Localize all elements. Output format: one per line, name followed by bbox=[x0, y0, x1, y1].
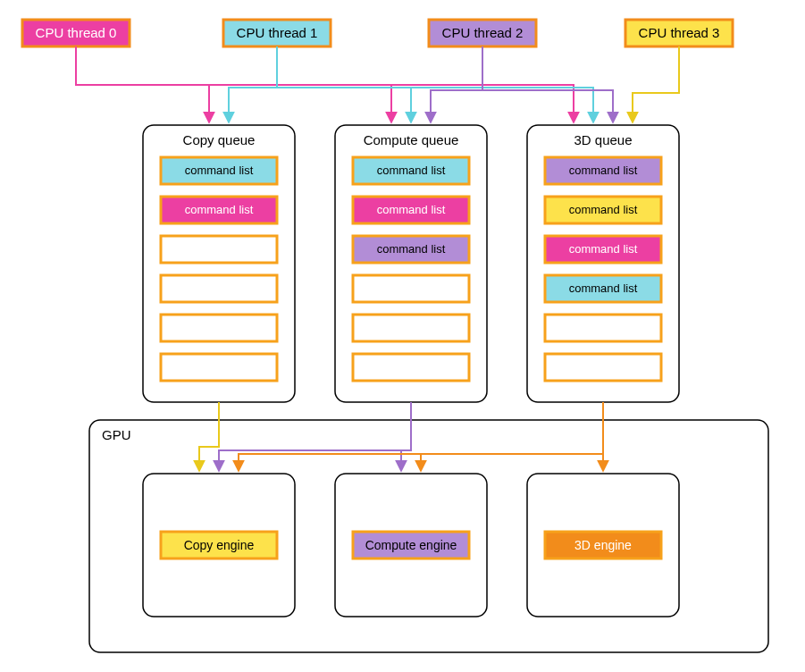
copy-queue-slot-5 bbox=[161, 354, 277, 381]
gpu-label: GPU bbox=[102, 427, 131, 442]
copy-queue-slot-4 bbox=[161, 315, 277, 341]
copy-engine-label: Copy engine bbox=[184, 538, 255, 552]
arrow-thread0-to-3d-queue bbox=[76, 46, 574, 122]
compute-queue-slot-4 bbox=[353, 315, 469, 341]
cpu-thread-0-label: CPU thread 0 bbox=[36, 25, 117, 40]
3d-queue-slot-1-label: command list bbox=[569, 203, 638, 216]
compute-queue-slot-5 bbox=[353, 354, 469, 381]
3d-queue-slot-0-label: command list bbox=[569, 164, 638, 177]
cpu-thread-2-label: CPU thread 2 bbox=[442, 25, 524, 40]
compute-queue-title: Compute queue bbox=[364, 132, 459, 147]
compute-queue-slot-1-label: command list bbox=[377, 203, 446, 216]
gpu-queue-diagram: CPU thread 0CPU thread 1CPU thread 2CPU … bbox=[0, 0, 805, 672]
cpu-thread-1-label: CPU thread 1 bbox=[237, 25, 318, 40]
cpu-thread-3-label: CPU thread 3 bbox=[639, 25, 720, 40]
3d-queue-title: 3D queue bbox=[574, 132, 632, 147]
copy-queue-slot-2 bbox=[161, 236, 277, 263]
3d-engine-label: 3D engine bbox=[574, 538, 632, 552]
copy-queue-slot-1-label: command list bbox=[185, 203, 254, 216]
arrow-thread3-to-3d-queue bbox=[633, 46, 679, 122]
compute-queue-slot-0-label: command list bbox=[377, 164, 446, 177]
copy-queue-slot-3 bbox=[161, 275, 277, 302]
3d-queue-slot-4 bbox=[545, 315, 661, 341]
compute-queue-slot-3 bbox=[353, 275, 469, 302]
3d-queue-slot-3-label: command list bbox=[569, 281, 638, 295]
copy-queue-title: Copy queue bbox=[183, 132, 256, 147]
compute-engine-label: Compute engine bbox=[365, 538, 457, 552]
3d-queue-slot-2-label: command list bbox=[569, 242, 638, 256]
3d-queue-slot-5 bbox=[545, 354, 661, 381]
copy-queue-slot-0-label: command list bbox=[185, 164, 254, 177]
compute-queue-slot-2-label: command list bbox=[377, 242, 446, 256]
